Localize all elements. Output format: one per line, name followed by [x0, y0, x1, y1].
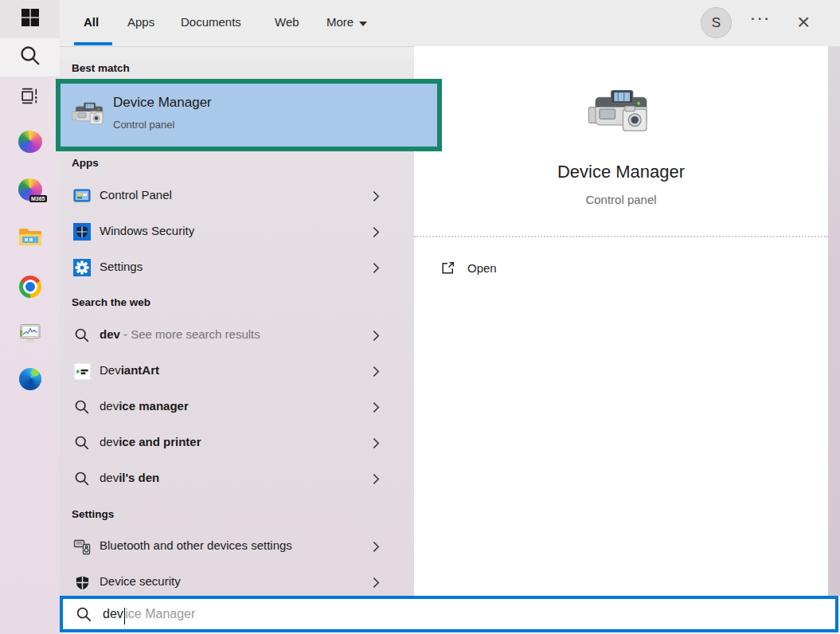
chevron-down-icon	[359, 22, 367, 26]
tab-more[interactable]: More	[326, 15, 367, 29]
windows-logo-icon	[21, 8, 40, 30]
row-label: Bluetooth and other devices settings	[100, 538, 292, 552]
row-web-dev[interactable]: dev - See more search results	[60, 319, 414, 353]
row-label: Windows Security	[100, 224, 194, 237]
more-options-icon[interactable]: ···	[751, 11, 772, 27]
row-device-security[interactable]: Device security	[60, 566, 414, 600]
row-web-devils-den[interactable]: devil's den	[60, 462, 414, 496]
start-button[interactable]	[0, 0, 60, 38]
tab-documents[interactable]: Documents	[181, 15, 241, 29]
chrome-button[interactable]	[0, 268, 60, 306]
row-settings[interactable]: Settings	[60, 251, 414, 285]
edge-button[interactable]	[0, 360, 60, 398]
search-icon	[76, 606, 92, 623]
search-icon	[73, 434, 91, 452]
chevron-right-icon	[373, 262, 380, 274]
inline-suggestion: ice Manager	[125, 607, 195, 621]
task-view-button[interactable]	[0, 78, 60, 116]
copilot-button[interactable]	[0, 123, 60, 161]
avatar-initial: S	[712, 15, 721, 31]
row-web-deviantart[interactable]: DeviantArt	[60, 354, 414, 389]
row-control-panel[interactable]: Control Panel	[60, 179, 414, 213]
section-apps: Apps	[72, 157, 99, 169]
chevron-right-icon	[373, 473, 380, 485]
taskbar-search-button[interactable]	[0, 38, 60, 76]
query-prefix: dev	[100, 471, 119, 484]
chrome-icon	[19, 276, 41, 298]
search-icon	[73, 327, 91, 344]
tab-more-label: More	[326, 15, 354, 29]
windows-security-icon	[73, 223, 91, 241]
edge-icon	[19, 368, 41, 390]
device-manager-icon	[588, 88, 654, 142]
row-label: Control Panel	[100, 188, 172, 202]
row-web-device-manager[interactable]: device manager	[60, 390, 414, 425]
desktop-edge-strip	[828, 46, 840, 596]
chevron-right-icon	[373, 330, 380, 342]
m365-copilot-button[interactable]: M365	[0, 170, 60, 209]
chevron-right-icon	[373, 366, 380, 378]
chevron-right-icon	[373, 437, 380, 449]
row-bluetooth-devices-settings[interactable]: Bluetooth and other devices settings	[60, 530, 414, 564]
search-input[interactable]: device Manager	[60, 596, 838, 632]
query-bold: il's den	[119, 471, 159, 484]
chevron-right-icon	[373, 541, 380, 553]
tab-all[interactable]: All	[84, 15, 99, 29]
query-prefix: dev	[100, 435, 119, 448]
row-windows-security[interactable]: Windows Security	[60, 215, 414, 249]
m365-badge: M365	[29, 195, 47, 202]
file-explorer-icon	[18, 227, 42, 251]
preview-subtitle: Control panel	[414, 193, 828, 206]
open-label: Open	[467, 261, 497, 275]
best-match-subtitle: Control panel	[113, 119, 174, 131]
typed-query: dev	[103, 607, 123, 621]
file-explorer-button[interactable]	[0, 220, 60, 258]
tab-web[interactable]: Web	[275, 15, 299, 29]
device-manager-icon	[72, 100, 107, 132]
chevron-right-icon	[373, 401, 380, 413]
query-suffix: - See more search results	[120, 327, 260, 341]
active-tab-underline	[74, 42, 112, 45]
best-match-result[interactable]: Device Manager Control panel	[61, 84, 437, 147]
chevron-right-icon	[373, 577, 380, 589]
search-icon	[19, 45, 41, 70]
best-match-title: Device Manager	[113, 95, 212, 111]
query-prefix: Dev	[100, 363, 121, 377]
query-bold: iantArt	[121, 363, 159, 377]
performance-monitor-button[interactable]	[0, 315, 60, 354]
shield-icon	[73, 573, 91, 591]
annotation-highlight-box: Device Manager Control panel	[56, 79, 442, 151]
tab-apps[interactable]: Apps	[127, 15, 154, 29]
avatar[interactable]: S	[701, 7, 732, 38]
query-bold: ice manager	[119, 399, 189, 413]
chevron-right-icon	[373, 190, 380, 202]
section-settings: Settings	[72, 508, 114, 520]
query-bold: dev	[100, 327, 120, 341]
row-label: Device security	[100, 574, 181, 588]
control-panel-icon	[73, 187, 91, 205]
settings-gear-icon	[73, 259, 91, 276]
preview-title: Device Manager	[414, 162, 828, 182]
preview-divider	[414, 236, 828, 237]
taskbar: M365	[0, 0, 60, 634]
bluetooth-devices-icon	[73, 538, 91, 555]
chevron-right-icon	[373, 226, 380, 238]
query-prefix: dev	[100, 399, 119, 413]
close-icon[interactable]: ×	[797, 6, 810, 37]
row-label: Settings	[100, 260, 143, 273]
microsoft-365-copilot-icon: M365	[18, 178, 42, 201]
search-icon	[73, 398, 91, 416]
windows-search-flyout: M365	[0, 0, 840, 634]
section-search-the-web: Search the web	[72, 296, 150, 308]
preview-panel: Device Manager Control panel Open	[414, 46, 828, 596]
open-action[interactable]: Open	[428, 252, 588, 284]
search-icon	[73, 470, 91, 487]
query-bold: ice and printer	[119, 435, 201, 448]
row-web-device-and-printer[interactable]: device and printer	[60, 426, 414, 460]
section-best-match: Best match	[72, 62, 130, 74]
deviantart-icon	[73, 362, 91, 380]
task-view-icon	[19, 85, 41, 110]
copilot-icon	[18, 131, 42, 153]
open-external-icon	[440, 260, 456, 276]
performance-monitor-icon	[19, 323, 41, 347]
